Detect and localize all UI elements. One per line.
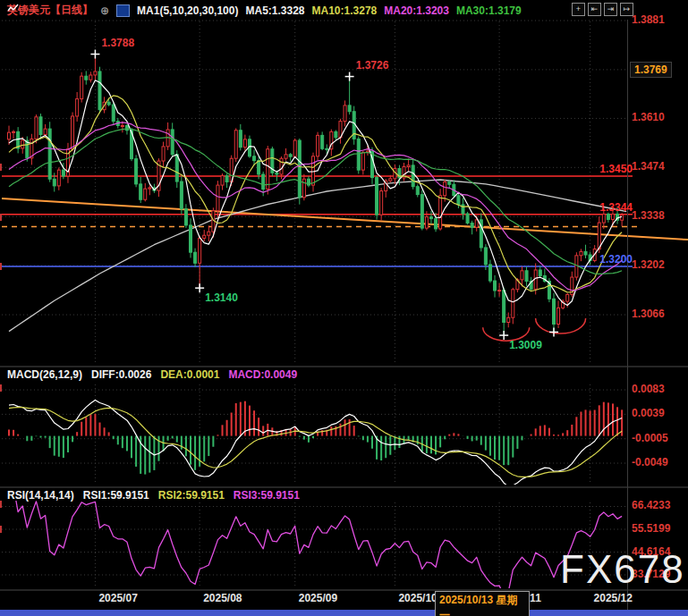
rsi-header: RSI(14,14,14) RSI1:59.9151 RSI2:59.9151 … bbox=[7, 489, 300, 502]
last-price-axis-badge: 1.3769 bbox=[630, 62, 672, 78]
macd-axis-label: -0.0005 bbox=[632, 433, 668, 444]
ma10-value: MA10:1.3278 bbox=[312, 4, 378, 17]
rsi-axis-label: 66.4233 bbox=[632, 500, 670, 511]
price-chart-canvas[interactable] bbox=[0, 0, 688, 616]
price-axis-label: 1.3202 bbox=[632, 259, 665, 271]
ma30-value: MA30:1.3179 bbox=[456, 4, 522, 17]
chart-header: 英镑美元【日线】 ⊕ MA1(5,10,20,30,100) MA5:1.332… bbox=[7, 3, 522, 18]
fx678-watermark: FX678 bbox=[560, 547, 685, 592]
scale-expand-icon[interactable]: ⇥ bbox=[604, 3, 617, 16]
crosshair-date-tooltip: 2025/10/13 星期一 bbox=[435, 591, 530, 616]
rsi1-value: RSI1:59.9151 bbox=[83, 489, 149, 502]
trading-chart-window: 英镑美元【日线】 ⊕ MA1(5,10,20,30,100) MA5:1.332… bbox=[0, 0, 688, 616]
rsi2-value: RSI2:59.9151 bbox=[158, 489, 225, 502]
macd-macd-value: MACD:0.0049 bbox=[228, 368, 297, 381]
macd-dea-value: DEA:0.0001 bbox=[160, 368, 219, 381]
hline-price-label: 1.3200 bbox=[579, 254, 633, 266]
swing-high-label: 1.3788 bbox=[101, 38, 134, 49]
x-axis-month-label: 2025/10 bbox=[398, 593, 437, 604]
symbol-title: 英镑美元【日线】 bbox=[7, 3, 93, 18]
bottom-scrollbar bbox=[0, 610, 688, 616]
ma-settings-label: MA1(5,10,20,30,100) bbox=[137, 4, 238, 17]
swing-low-label: 1.3140 bbox=[205, 292, 238, 304]
price-axis-label: 1.3474 bbox=[632, 161, 665, 173]
ma5-value: MA5:1.3328 bbox=[245, 4, 304, 17]
macd-diff-value: DIFF:0.0026 bbox=[91, 368, 151, 381]
macd-axis-label: 0.0083 bbox=[632, 384, 665, 395]
hline-price-label: 1.3344 bbox=[579, 202, 633, 214]
macd-axis-label: 0.0039 bbox=[632, 408, 665, 419]
x-axis-month-label: 2025/12 bbox=[594, 593, 633, 604]
chart-type-icon[interactable] bbox=[116, 4, 130, 17]
macd-params-label: MACD(26,12,9) bbox=[7, 368, 82, 381]
swing-low-label: 1.3009 bbox=[509, 340, 542, 351]
rsi-axis-label: 55.5199 bbox=[632, 523, 670, 535]
crosshair-icon[interactable]: + bbox=[572, 3, 585, 16]
macd-header: MACD(26,12,9) DIFF:0.0026 DEA:0.0001 MAC… bbox=[7, 368, 297, 381]
magnify-icon[interactable]: ⊕ bbox=[100, 4, 109, 17]
swing-high-label: 1.3726 bbox=[356, 60, 389, 72]
x-axis-month-label: 2025/09 bbox=[299, 593, 337, 604]
rsi3-value: RSI3:59.9151 bbox=[234, 489, 300, 502]
price-axis-label: 1.3610 bbox=[632, 112, 665, 123]
scale-compress-icon[interactable]: ⇤ bbox=[588, 3, 601, 16]
x-axis-month-label: 2025/07 bbox=[98, 593, 137, 604]
price-axis-label: 1.3881 bbox=[632, 14, 665, 26]
ma20-value: MA20:1.3203 bbox=[384, 4, 449, 17]
x-axis-month-label: 2025/08 bbox=[203, 593, 242, 604]
macd-axis-label: -0.0049 bbox=[632, 457, 668, 468]
chart-toolbar: +⇤⇥↦ bbox=[572, 3, 633, 16]
rsi-params-label: RSI(14,14,14) bbox=[7, 489, 74, 502]
price-axis-label: 1.3066 bbox=[632, 308, 665, 320]
price-axis-label: 1.3338 bbox=[632, 210, 665, 222]
hline-price-label: 1.3450 bbox=[579, 164, 633, 175]
